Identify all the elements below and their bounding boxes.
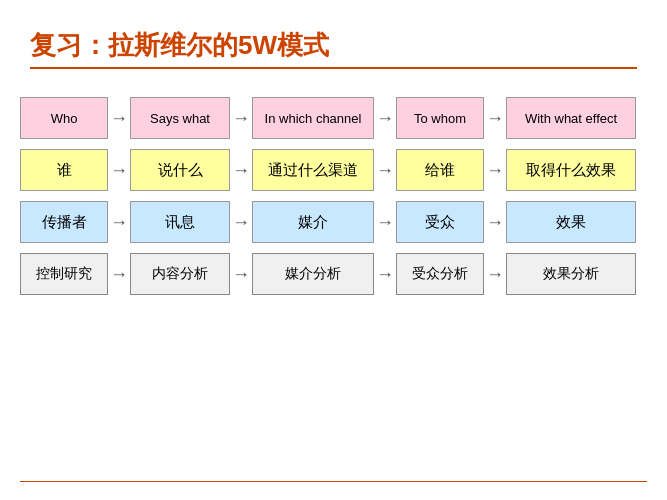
box-who-zh: 谁: [20, 149, 108, 191]
box-control-study: 控制研究: [20, 253, 108, 295]
page-title: 复习：拉斯维尔的5W模式: [30, 28, 637, 63]
arrow-1-zh: →: [108, 160, 130, 181]
row-english: Who → Says what → In which channel → To …: [20, 97, 647, 139]
slide: 复习：拉斯维尔的5W模式 Who → Says what → In which …: [0, 0, 667, 500]
box-towhom-en: To whom: [396, 97, 484, 139]
box-says-what-en: Says what: [130, 97, 230, 139]
title-underline: [30, 67, 637, 69]
box-audience-analysis: 受众分析: [396, 253, 484, 295]
box-channel-en: In which channel: [252, 97, 374, 139]
header: 复习：拉斯维尔的5W模式: [0, 0, 667, 79]
box-effect-en: With what effect: [506, 97, 636, 139]
box-effect-analysis: 效果分析: [506, 253, 636, 295]
arrow-3-zh: →: [374, 160, 396, 181]
box-effect-concept: 效果: [506, 201, 636, 243]
arrow-4-concept: →: [484, 212, 506, 233]
content-area: Who → Says what → In which channel → To …: [0, 79, 667, 315]
box-medium: 媒介: [252, 201, 374, 243]
row-concepts: 传播者 → 讯息 → 媒介 → 受众 → 效果: [20, 201, 647, 243]
box-message: 讯息: [130, 201, 230, 243]
arrow-3-en: →: [374, 108, 396, 129]
arrow-2-analysis: →: [230, 264, 252, 285]
box-audience: 受众: [396, 201, 484, 243]
arrow-4-zh: →: [484, 160, 506, 181]
arrow-2-en: →: [230, 108, 252, 129]
arrow-4-en: →: [484, 108, 506, 129]
arrow-3-analysis: →: [374, 264, 396, 285]
arrow-3-concept: →: [374, 212, 396, 233]
box-says-what-zh: 说什么: [130, 149, 230, 191]
arrow-1-analysis: →: [108, 264, 130, 285]
arrow-4-analysis: →: [484, 264, 506, 285]
arrow-2-concept: →: [230, 212, 252, 233]
box-content-analysis: 内容分析: [130, 253, 230, 295]
box-channel-zh: 通过什么渠道: [252, 149, 374, 191]
box-communicator: 传播者: [20, 201, 108, 243]
arrow-1-en: →: [108, 108, 130, 129]
arrow-1-concept: →: [108, 212, 130, 233]
bottom-line: [20, 481, 647, 483]
box-towhom-zh: 给谁: [396, 149, 484, 191]
box-medium-analysis: 媒介分析: [252, 253, 374, 295]
row-analysis: 控制研究 → 内容分析 → 媒介分析 → 受众分析 → 效果分析: [20, 253, 647, 295]
box-who-en: Who: [20, 97, 108, 139]
box-effect-zh: 取得什么效果: [506, 149, 636, 191]
arrow-2-zh: →: [230, 160, 252, 181]
row-chinese: 谁 → 说什么 → 通过什么渠道 → 给谁 → 取得什么效果: [20, 149, 647, 191]
